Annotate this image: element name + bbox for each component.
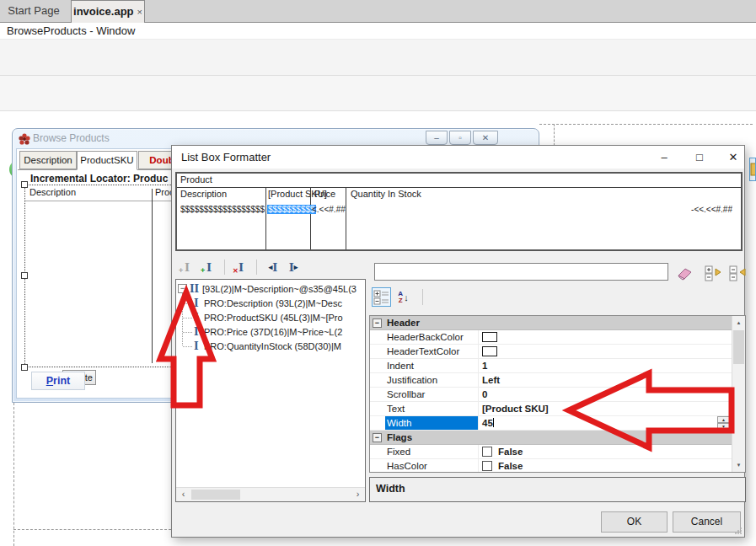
property-row-justification[interactable]: Justification Left xyxy=(370,373,732,388)
property-row-fixed[interactable]: Fixed False xyxy=(370,445,732,459)
list-column-description[interactable]: Description xyxy=(29,187,76,197)
width-spinner[interactable]: ▲ ▼ xyxy=(717,416,730,431)
preview-sample-productsku[interactable]: $$$$$$$$$$ xyxy=(267,205,316,214)
property-row-headertextcolor[interactable]: HeaderTextColor xyxy=(370,345,732,359)
clear-filter-button[interactable] xyxy=(674,264,694,282)
color-swatch[interactable] xyxy=(482,332,497,342)
preview-column-divider[interactable] xyxy=(310,187,311,249)
tab-productsku[interactable]: ProductSKU xyxy=(77,151,137,170)
property-row-scrollbar[interactable]: Scrollbar 0 xyxy=(370,388,732,402)
preview-col-price[interactable]: Price xyxy=(314,189,335,199)
text-cursor xyxy=(493,418,494,427)
category-row-header[interactable]: − Header xyxy=(370,316,732,330)
ok-button[interactable]: OK xyxy=(601,511,668,533)
column-icon: I xyxy=(194,312,199,324)
move-column-right-button[interactable]: I ▸ xyxy=(283,259,303,276)
preview-column-divider[interactable] xyxy=(265,187,266,249)
property-name: Indent xyxy=(387,361,414,371)
preview-sample-quantity[interactable]: -<<.<<#.## xyxy=(691,205,732,214)
checkbox-unchecked[interactable] xyxy=(482,447,492,457)
column-tree-panel[interactable]: − II [93L(2)|M~Description~@s35@45L(3 I … xyxy=(175,279,366,502)
restore-button[interactable]: ▫ xyxy=(449,131,471,145)
tree-horizontal-scrollbar[interactable]: ‹ › xyxy=(176,487,365,501)
property-filter-input[interactable] xyxy=(374,263,668,281)
cancel-button[interactable]: Cancel xyxy=(673,511,741,533)
scrollbar-thumb[interactable] xyxy=(191,490,240,500)
collapse-icon[interactable]: − xyxy=(373,318,382,328)
minimize-button[interactable]: – xyxy=(649,146,679,169)
move-column-left-button[interactable]: ◂ I xyxy=(263,259,283,276)
property-row-headerbackcolor[interactable]: HeaderBackColor xyxy=(370,330,732,345)
category-row-flags[interactable]: − Flags xyxy=(370,431,732,445)
preview-col-quantity[interactable]: Quantity In Stock xyxy=(351,189,421,199)
color-swatch[interactable] xyxy=(482,346,497,356)
list-column-divider[interactable] xyxy=(152,189,153,363)
property-name: Justification xyxy=(387,375,437,385)
sort-arrow-icon: ↓ xyxy=(404,292,409,302)
dialog-titlebar[interactable]: List Box Formatter – □ ✕ xyxy=(172,146,744,169)
list-box-formatter-dialog[interactable]: List Box Formatter – □ ✕ Product Descrip… xyxy=(171,145,745,538)
preview-sample-description[interactable]: $$$$$$$$$$$$$$$$$$$$$$$$$ xyxy=(180,205,265,214)
preview-col-description[interactable]: Description xyxy=(180,189,227,199)
collapse-all-button[interactable] xyxy=(728,264,748,282)
scroll-down-icon[interactable]: ▼ xyxy=(732,458,745,472)
tree-collapse-icon[interactable]: − xyxy=(178,284,187,293)
property-name-selected[interactable]: Width xyxy=(385,416,478,430)
maximize-button[interactable]: □ xyxy=(684,146,715,169)
selection-handle[interactable] xyxy=(21,272,28,279)
property-description-panel: Width xyxy=(369,477,746,502)
close-button[interactable]: ✕ xyxy=(473,131,498,145)
property-value-editing[interactable]: 45 xyxy=(482,418,494,428)
preview-sample-price[interactable]: <.<<#.## xyxy=(312,205,346,214)
tab-start-page[interactable]: Start Page xyxy=(0,0,67,22)
selection-handle[interactable] xyxy=(21,181,28,188)
add-column-button[interactable]: I + xyxy=(199,259,219,276)
window-title: Browse Products xyxy=(33,132,110,144)
preview-column-divider[interactable] xyxy=(346,187,346,249)
property-value[interactable]: 0 xyxy=(482,389,487,399)
property-value[interactable]: Left xyxy=(482,375,500,385)
tree-item-label: PRO:ProductSKU (45L(3)|M~[Pro xyxy=(204,313,343,323)
property-row-indent[interactable]: Indent 1 xyxy=(370,359,732,373)
minimize-button[interactable]: – xyxy=(426,131,448,145)
print-button[interactable]: Print xyxy=(31,372,85,390)
categorized-view-button[interactable] xyxy=(372,287,391,307)
collapse-icon[interactable]: − xyxy=(373,433,382,442)
property-row-width-selected[interactable]: Width 45 ▲ ▼ xyxy=(370,416,732,431)
expand-all-button[interactable] xyxy=(704,264,724,282)
property-row-text[interactable]: Text [Product SKU] xyxy=(370,402,732,416)
scrollbar-thumb[interactable] xyxy=(733,330,744,364)
delete-column-button[interactable]: I ✕ xyxy=(231,259,251,276)
breadcrumb: BrowseProducts - Window xyxy=(0,23,756,40)
tree-connector xyxy=(183,318,192,318)
toolbar-button-clipped[interactable] xyxy=(749,158,756,181)
selection-handle[interactable] xyxy=(21,364,28,371)
tab-description[interactable]: Description xyxy=(19,151,77,169)
scroll-up-icon[interactable]: ▲ xyxy=(732,316,745,329)
new-group-button[interactable]: I + xyxy=(177,259,197,276)
scroll-right-icon[interactable]: › xyxy=(351,488,365,501)
property-grid[interactable]: − Header HeaderBackColor HeaderTextColor… xyxy=(369,315,746,473)
spin-down-icon[interactable]: ▼ xyxy=(717,423,730,430)
resize-grip[interactable] xyxy=(734,527,743,535)
checkbox-unchecked[interactable] xyxy=(482,461,492,471)
property-row-hascolor[interactable]: HasColor False xyxy=(370,459,732,473)
scroll-left-icon[interactable]: ‹ xyxy=(176,488,190,501)
tree-item-label: PRO:Price (37D(16)|M~Price~L(2 xyxy=(204,327,342,337)
dialog-title: List Box Formatter xyxy=(181,151,271,163)
tab-invoice-app[interactable]: invoice.app× xyxy=(71,0,145,23)
property-value[interactable]: [Product SKU] xyxy=(482,404,549,414)
preview-group-header[interactable]: Product xyxy=(180,174,212,185)
spin-up-icon[interactable]: ▲ xyxy=(717,416,730,423)
property-grid-scrollbar[interactable]: ▲ ▼ xyxy=(732,316,745,472)
property-value[interactable]: False xyxy=(498,461,523,471)
close-button[interactable]: ✕ xyxy=(718,146,748,169)
alphabetical-sort-button[interactable]: AZ ↓ xyxy=(394,287,413,307)
designer-guide xyxy=(554,124,555,146)
column-icon: I xyxy=(194,326,199,338)
property-value[interactable]: 1 xyxy=(482,361,487,371)
property-value[interactable]: False xyxy=(498,447,523,457)
tab-close-icon[interactable]: × xyxy=(137,7,142,17)
listbox-preview[interactable]: Product Description [Product SKU] Price … xyxy=(175,172,743,251)
categorized-icon xyxy=(373,289,390,306)
